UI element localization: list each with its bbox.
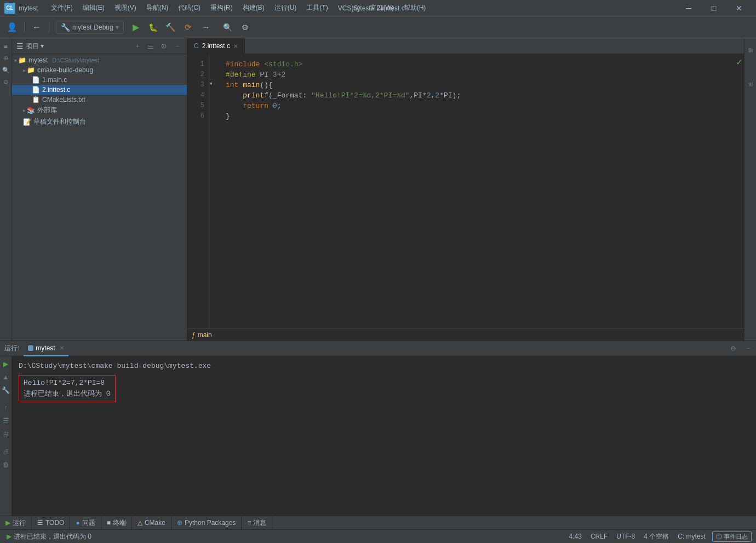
menu-code[interactable]: 代码(C) <box>174 2 205 14</box>
tree-item-inttest-c[interactable]: 📄 2.inttest.c <box>12 85 187 95</box>
line-num-4: 4 <box>192 90 204 101</box>
forward-button[interactable]: → <box>198 20 214 35</box>
run-config-selector[interactable]: 🔧 mytest Debug ▾ <box>56 21 124 34</box>
menu-navigate[interactable]: 导航(N) <box>142 2 173 14</box>
bottom-tab-todo-label: TODO <box>45 519 64 527</box>
status-project[interactable]: C: mytest <box>675 533 708 540</box>
build-button[interactable]: 🔨 <box>163 20 179 35</box>
editor-wrapper: 1 2 3 4 5 6 ▾ <box>187 55 744 328</box>
tree-item-mytest[interactable]: ▾ 📁 mytest D:\CStudy\mytest <box>12 55 187 65</box>
output-box: Hello!PI*2=7,2*PI=8 进程已结束，退出代码为 0 <box>19 375 116 402</box>
menu-run[interactable]: 运行(U) <box>270 2 301 14</box>
bottom-tab-run[interactable]: ▶ 运行 <box>0 516 32 530</box>
left-icon-settings[interactable]: ⚙ <box>1 77 12 88</box>
tab-close-button[interactable]: ✕ <box>233 43 238 49</box>
tree-item-cmake-lists[interactable]: 📋 CMakeLists.txt <box>12 95 187 105</box>
tree-add-button[interactable]: ＋ <box>132 41 143 51</box>
menu-file[interactable]: 文件(F) <box>47 2 77 14</box>
run-btn-wrench[interactable]: 🔧 <box>1 385 12 396</box>
line-num-1: 1 <box>192 59 204 70</box>
toolbar-back-button[interactable]: ← <box>29 20 44 35</box>
run-btn-sidebar[interactable]: ⊟ <box>1 429 12 440</box>
tree-arrow-cmake: ▸ <box>23 67 26 73</box>
tree-collapse-button[interactable]: － <box>171 41 182 51</box>
run-btn-scroll-up[interactable]: ▲ <box>1 372 12 383</box>
bottom-tab-terminal[interactable]: ■ 终端 <box>101 516 132 530</box>
run-btn-print[interactable]: 🖨 <box>1 446 12 457</box>
menu-build[interactable]: 构建(B) <box>238 2 269 14</box>
run-panel-gear[interactable]: ⚙ <box>730 345 736 353</box>
status-right: 4:43 CRLF UTF-8 4 个空格 C: mytest ① 事件日志 <box>567 532 752 542</box>
file-tree-header: ☰ 项目 ▾ ＋ ⚌ ⚙ － <box>12 38 187 54</box>
bottom-tab-python-icon: ⊕ <box>177 519 182 527</box>
tree-layout-button[interactable]: ⚌ <box>145 41 156 51</box>
right-panel-hierarchy[interactable]: 体 <box>745 74 756 107</box>
file-icon-cmake-lists: 📋 <box>32 96 40 103</box>
run-btn-play[interactable]: ▶ <box>1 359 12 369</box>
tree-item-cmake-build[interactable]: ▸ 📁 cmake-build-debug <box>12 65 187 75</box>
breadcrumb-fn-icon: ƒ <box>192 331 196 339</box>
left-icon-python[interactable]: ⊕ <box>1 53 12 63</box>
run-panel-close[interactable]: － <box>745 344 752 353</box>
code-line-4: printf(_Format: "Hello!PI*2=%d,2*PI=%d",… <box>226 90 736 101</box>
tree-item-external-libs[interactable]: ▸ 📚 外部库 <box>12 105 187 116</box>
menu-view[interactable]: 视图(V) <box>110 2 141 14</box>
bottom-tab-messages[interactable]: ≡ 消息 <box>242 516 272 530</box>
tree-label-external-libs: 外部库 <box>37 106 57 115</box>
editor-tab-inttest[interactable]: C 2.inttest.c ✕ <box>187 38 245 54</box>
status-run-text: 进程已结束，退出代码为 0 <box>14 532 91 541</box>
run-panel-tab-close[interactable]: ✕ <box>60 345 64 351</box>
breadcrumb-fn-name[interactable]: main <box>198 331 212 339</box>
menu-edit[interactable]: 编辑(E) <box>78 2 109 14</box>
bottom-tab-terminal-label: 终端 <box>113 518 126 528</box>
lib-icon: 📚 <box>27 107 35 114</box>
bottom-tab-todo[interactable]: ☰ TODO <box>32 516 70 530</box>
left-icon-project[interactable]: ≡ <box>1 41 12 51</box>
status-line-ending[interactable]: CRLF <box>588 533 610 540</box>
tree-label-cmake-lists: CMakeLists.txt <box>42 96 85 103</box>
run-output[interactable]: D:\CStudy\mytest\cmake-build-debug\mytes… <box>12 356 756 516</box>
run-btn-clear[interactable]: 🗑 <box>1 459 12 470</box>
tab-label-inttest: 2.inttest.c <box>202 42 230 50</box>
status-charset-text: UTF-8 <box>616 533 635 540</box>
search-everywhere-button[interactable]: 🔍 <box>220 20 236 35</box>
code-content[interactable]: #include <stdio.h> #define PI 3+2 int ma… <box>219 55 736 328</box>
tree-item-scratch[interactable]: 📝 草稿文件和控制台 <box>12 116 187 128</box>
bottom-tab-problems[interactable]: ● 问题 <box>70 516 101 530</box>
right-panel-structure[interactable]: 结构 <box>745 41 756 73</box>
run-button[interactable]: ▶ <box>128 20 144 35</box>
debug-button[interactable]: 🐛 <box>146 20 161 35</box>
run-btn-list[interactable]: ☰ <box>1 415 12 426</box>
tree-settings-button[interactable]: ⚙ <box>158 41 169 51</box>
status-charset[interactable]: UTF-8 <box>614 533 637 540</box>
bottom-tab-python-packages[interactable]: ⊕ Python Packages <box>171 516 242 530</box>
breadcrumb: ƒ main <box>187 328 744 340</box>
stop-build-button[interactable]: ⟳ <box>181 20 196 35</box>
fold-gutter-2 <box>209 70 219 80</box>
bottom-tab-terminal-icon: ■ <box>107 519 111 527</box>
status-position[interactable]: 4:43 <box>567 533 584 540</box>
tree-label-main-c: 1.main.c <box>42 76 67 84</box>
run-btn-up[interactable]: ↑ <box>1 402 12 413</box>
bottom-tab-cmake[interactable]: △ CMake <box>132 516 171 530</box>
toolbar: 👤 ← 🔧 mytest Debug ▾ ▶ 🐛 🔨 ⟳ → 🔍 ⚙ <box>0 16 756 38</box>
tab-file-icon: C <box>194 42 199 50</box>
build-type-arrow: ▾ <box>116 24 119 31</box>
status-indent[interactable]: 4 个空格 <box>642 532 671 541</box>
run-panel-tab-mytest[interactable]: mytest ✕ <box>24 341 68 356</box>
status-event-badge[interactable]: ① 事件日志 <box>712 532 752 542</box>
toolbar-project-icon: 👤 <box>4 20 20 35</box>
main-layout: ≡ ⊕ 🔍 ⚙ ☰ 项目 ▾ ＋ ⚌ ⚙ － ▾ 📁 mytest D:\ <box>0 38 756 516</box>
menu-tools[interactable]: 工具(T) <box>302 2 332 14</box>
code-editor[interactable]: 1 2 3 4 5 6 ▾ <box>187 55 736 328</box>
settings-button[interactable]: ⚙ <box>238 20 253 35</box>
close-button[interactable]: ✕ <box>726 0 752 16</box>
menu-refactor[interactable]: 重构(R) <box>206 2 237 14</box>
app-icon: CL <box>4 3 15 14</box>
file-tree-panel: ☰ 项目 ▾ ＋ ⚌ ⚙ － ▾ 📁 mytest D:\CStudy\myte… <box>12 38 187 340</box>
left-icon-search[interactable]: 🔍 <box>1 65 12 76</box>
fold-arrow-3[interactable]: ▾ <box>209 80 219 90</box>
tree-item-main-c[interactable]: 📄 1.main.c <box>12 75 187 85</box>
maximize-button[interactable]: □ <box>701 0 726 16</box>
minimize-button[interactable]: ─ <box>676 0 701 16</box>
